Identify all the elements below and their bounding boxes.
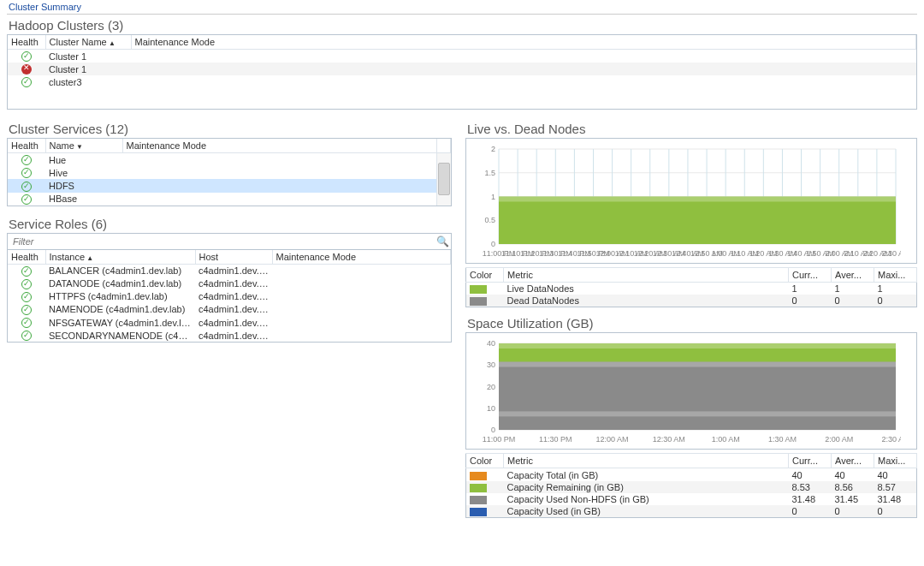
legend-max: 31.48 [874, 493, 917, 505]
hadoop-heading: Hadoop Clusters (3) [9, 18, 917, 33]
table-row[interactable]: HTTPFS (c4admin1.dev.lab)c4admin1.dev.la… [8, 290, 451, 303]
svg-text:1:00 AM: 1:00 AM [712, 435, 740, 444]
col-metric[interactable]: Metric [504, 268, 789, 283]
space-heading: Space Utilization (GB) [467, 316, 917, 331]
col-maint[interactable]: Maintenance Mode [122, 139, 437, 153]
cell-instance: SECONDARYNAMENODE (c4admin1.dev.lab) [45, 329, 195, 342]
cell-instance: NAMENODE (c4admin1.dev.lab) [45, 303, 195, 316]
legend-row[interactable]: Dead DataNodes000 [466, 295, 917, 307]
cell-maint [272, 303, 451, 316]
table-row[interactable]: Hive [8, 166, 451, 179]
ok-icon [21, 266, 32, 277]
svg-text:1.5: 1.5 [484, 169, 495, 177]
cell-maint [131, 75, 916, 88]
col-maint[interactable]: Maintenance Mode [272, 250, 451, 265]
cell-maint [131, 63, 916, 75]
legend-curr: 1 [789, 283, 832, 295]
legend-curr: 31.48 [789, 493, 832, 505]
legend-metric: Dead DataNodes [504, 295, 789, 307]
search-icon[interactable]: 🔍 [434, 235, 451, 247]
scrollbar-thumb[interactable] [438, 163, 450, 195]
cell-host: c4admin1.dev.lab [195, 303, 272, 316]
legend-swatch [470, 484, 487, 492]
table-row[interactable]: Hue [8, 153, 451, 167]
svg-text:11:00 PM: 11:00 PM [483, 435, 516, 444]
ok-icon [21, 51, 32, 62]
col-health[interactable]: Health [8, 139, 45, 153]
scrollbar[interactable] [437, 153, 451, 206]
ok-icon [21, 292, 32, 302]
table-row[interactable]: HDFS [8, 179, 451, 192]
svg-text:1:30 AM: 1:30 AM [768, 435, 797, 444]
table-row[interactable]: Cluster 1 [8, 50, 916, 63]
col-color[interactable]: Color [466, 268, 504, 283]
legend-swatch [470, 472, 487, 480]
cell-instance: NFSGATEWAY (c4admin1.dev.lab) [45, 316, 195, 329]
livedead-heading: Live vs. Dead Nodes [467, 122, 917, 136]
cell-host: c4admin1.dev.lab [195, 316, 272, 329]
legend-row[interactable]: Capacity Total (in GB)404040 [466, 468, 917, 481]
legend-metric: Live DataNodes [504, 283, 789, 295]
table-row[interactable]: NFSGATEWAY (c4admin1.dev.lab)c4admin1.de… [8, 316, 451, 329]
table-row[interactable]: NAMENODE (c4admin1.dev.lab)c4admin1.dev.… [8, 303, 451, 316]
svg-rect-55 [499, 197, 896, 202]
legend-metric: Capacity Used Non-HDFS (in GB) [504, 493, 789, 505]
col-max[interactable]: Maxi... [874, 454, 917, 468]
svg-rect-77 [499, 362, 896, 367]
svg-text:20: 20 [487, 383, 495, 391]
svg-text:2: 2 [491, 145, 495, 153]
legend-swatch [470, 297, 487, 306]
col-cluster-name[interactable]: Cluster Name [45, 35, 131, 50]
legend-swatch [470, 508, 487, 516]
col-instance[interactable]: Instance [45, 250, 195, 265]
divider [7, 14, 917, 15]
cell-name: Cluster 1 [45, 63, 131, 75]
legend-row[interactable]: Capacity Used Non-HDFS (in GB)31.4831.45… [466, 493, 917, 505]
legend-curr: 0 [789, 505, 832, 518]
live-dead-chart: 00.511.5211:00 PM11:10 PM11:20 PM11:30 P… [475, 144, 901, 259]
ok-icon [21, 77, 32, 87]
cell-name: HDFS [45, 179, 122, 192]
legend-curr: 40 [789, 468, 832, 481]
col-host[interactable]: Host [195, 250, 272, 265]
col-health[interactable]: Health [8, 35, 45, 50]
filter-input[interactable] [8, 234, 434, 249]
svg-text:40: 40 [487, 339, 495, 348]
cell-host: c4admin1.dev.lab [195, 277, 272, 290]
ok-icon [21, 279, 32, 289]
col-color[interactable]: Color [466, 454, 504, 468]
svg-text:12:30 AM: 12:30 AM [653, 435, 685, 444]
legend-row[interactable]: Capacity Remaining (in GB)8.538.568.57 [466, 481, 917, 493]
space-chart: 01020304011:00 PM11:30 PM12:00 AM12:30 A… [475, 338, 901, 445]
cell-maint [272, 277, 451, 290]
col-max[interactable]: Maxi... [874, 268, 917, 283]
legend-curr: 0 [789, 295, 832, 307]
table-row[interactable]: SECONDARYNAMENODE (c4admin1.dev.lab)c4ad… [8, 329, 451, 342]
table-row[interactable]: cluster3 [8, 75, 916, 88]
col-avg[interactable]: Aver... [832, 268, 874, 283]
table-row[interactable]: Cluster 1 [8, 63, 916, 75]
legend-avg: 40 [832, 468, 874, 481]
col-curr[interactable]: Curr... [789, 268, 832, 283]
scrollbar-track[interactable] [437, 139, 451, 153]
col-avg[interactable]: Aver... [832, 454, 874, 468]
legend-row[interactable]: Capacity Used (in GB)000 [466, 505, 917, 518]
legend-avg: 0 [832, 295, 874, 307]
ok-icon [21, 168, 32, 178]
cell-host: c4admin1.dev.lab [195, 264, 272, 277]
cell-name: cluster3 [45, 75, 131, 88]
cell-host: c4admin1.dev.lab [195, 329, 272, 342]
table-row[interactable]: DATANODE (c4admin1.dev.lab)c4admin1.dev.… [8, 277, 451, 290]
col-metric[interactable]: Metric [504, 454, 789, 468]
legend-max: 40 [874, 468, 917, 481]
svg-text:10: 10 [487, 404, 495, 413]
table-row[interactable]: HBase [8, 193, 451, 206]
legend-max: 1 [874, 283, 917, 295]
table-row[interactable]: BALANCER (c4admin1.dev.lab)c4admin1.dev.… [8, 264, 451, 277]
col-health[interactable]: Health [8, 250, 45, 265]
col-name[interactable]: Name [45, 139, 122, 153]
legend-metric: Capacity Total (in GB) [504, 468, 789, 481]
col-curr[interactable]: Curr... [789, 454, 832, 468]
col-maint[interactable]: Maintenance Mode [131, 35, 916, 50]
legend-row[interactable]: Live DataNodes111 [466, 283, 917, 295]
